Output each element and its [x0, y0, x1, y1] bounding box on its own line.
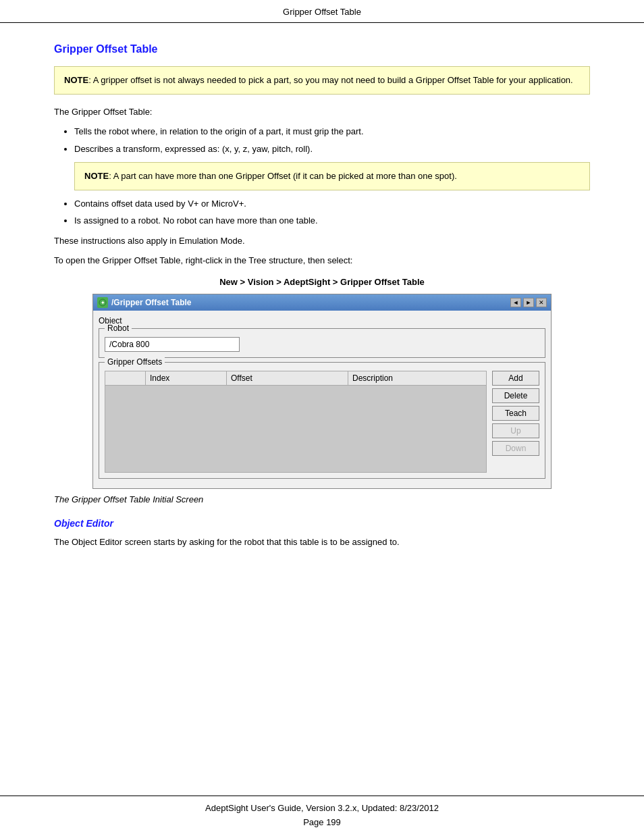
gripper-offsets-content: Index Offset Description Add Delete Teac…	[99, 363, 545, 478]
emulation-text: These instructions also apply in Emulati…	[54, 234, 590, 248]
object-editor-title: Object Editor	[54, 518, 590, 529]
page-footer: AdeptSight User's Guide, Version 3.2.x, …	[0, 796, 644, 834]
bold-instruction: New > Vision > AdeptSight > Gripper Offs…	[54, 277, 590, 287]
bullet-item: Contains offset data used by V+ or Micro…	[74, 197, 590, 211]
page-header: Gripper Offset Table	[0, 0, 644, 23]
robot-input-row	[105, 337, 539, 352]
dialog-title-left: ✦ /Gripper Offset Table	[97, 297, 191, 308]
dialog-title-buttons: ◄ ► ✕	[510, 298, 547, 307]
note1-text: : A gripper offset is not always needed …	[88, 75, 573, 85]
nav-right-button[interactable]: ►	[523, 298, 534, 307]
close-button[interactable]: ✕	[536, 298, 547, 307]
delete-button[interactable]: Delete	[492, 388, 539, 403]
header-title: Gripper Offset Table	[283, 7, 361, 17]
dialog-body: Object Robot Gripper Offsets	[93, 311, 551, 488]
footer-line2: Page 199	[0, 817, 644, 827]
section-title: Gripper Offset Table	[54, 43, 590, 55]
bullet-list-1: Tells the robot where, in relation to th…	[74, 125, 590, 190]
bullet-item: Describes a transform, expressed as: (x,…	[74, 142, 590, 190]
down-button[interactable]: Down	[492, 441, 539, 456]
robot-section-content	[99, 329, 545, 357]
bullet-list-2: Contains offset data used by V+ or Micro…	[74, 197, 590, 228]
col-header-blank	[105, 371, 146, 385]
footer-line1: AdeptSight User's Guide, Version 3.2.x, …	[0, 803, 644, 813]
dialog-caption: The Gripper Offset Table Initial Screen	[54, 494, 590, 504]
bullet-item: Is assigned to a robot. No robot can hav…	[74, 214, 590, 228]
teach-button[interactable]: Teach	[492, 406, 539, 421]
intro-text: The Gripper Offset Table:	[54, 105, 590, 119]
col-header-offset: Offset	[227, 371, 348, 385]
main-content: Gripper Offset Table NOTE: A gripper off…	[0, 23, 644, 636]
col-header-description: Description	[348, 371, 486, 385]
robot-input[interactable]	[105, 337, 240, 352]
offsets-buttons: Add Delete Teach Up Down	[492, 371, 539, 456]
bullet-item: Tells the robot where, in relation to th…	[74, 125, 590, 138]
open-instruction: To open the Gripper Offset Table, right-…	[54, 254, 590, 267]
note-box-2: NOTE: A part can have more than one Grip…	[74, 162, 590, 190]
dialog-window: ✦ /Gripper Offset Table ◄ ► ✕ Object Rob…	[92, 294, 552, 489]
gripper-offsets-legend: Gripper Offsets	[105, 357, 165, 367]
add-button[interactable]: Add	[492, 371, 539, 386]
robot-section-legend: Robot	[105, 323, 132, 333]
object-editor-text: The Object Editor screen starts by askin…	[54, 536, 590, 549]
col-header-index: Index	[146, 371, 227, 385]
svg-text:✦: ✦	[101, 300, 105, 306]
offsets-table-area: Index Offset Description	[105, 371, 487, 473]
dialog-title-text: /Gripper Offset Table	[111, 298, 191, 307]
note1-label: NOTE	[64, 75, 88, 85]
offsets-table-header: Index Offset Description	[105, 371, 487, 385]
object-row: Object	[99, 316, 545, 325]
dialog-icon: ✦	[97, 297, 108, 308]
up-button[interactable]: Up	[492, 423, 539, 438]
note2-text: : A part can have more than one Gripper …	[109, 171, 457, 181]
robot-section: Robot	[99, 328, 545, 358]
nav-left-button[interactable]: ◄	[510, 298, 521, 307]
gripper-offsets-section: Gripper Offsets Index Offset Description	[99, 362, 545, 479]
offsets-table-body	[105, 385, 487, 473]
note-box-1: NOTE: A gripper offset is not always nee…	[54, 66, 590, 95]
dialog-titlebar: ✦ /Gripper Offset Table ◄ ► ✕	[93, 294, 551, 311]
note2-label: NOTE	[84, 171, 109, 181]
